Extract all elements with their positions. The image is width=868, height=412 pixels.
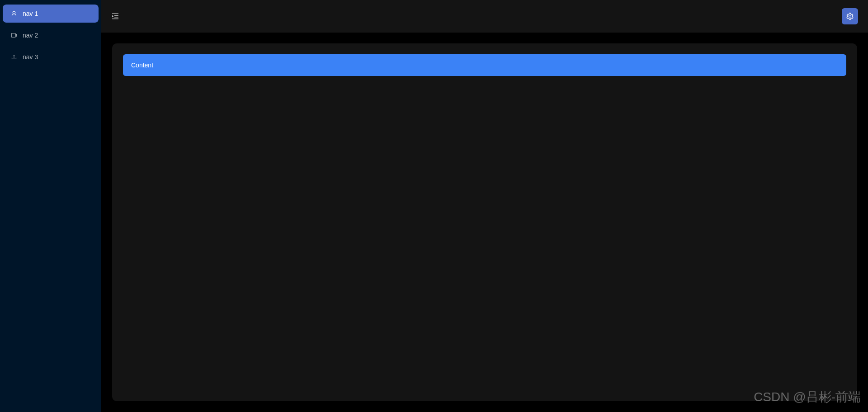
content-wrapper: Content (101, 33, 868, 412)
header (101, 0, 868, 33)
sidebar-item-label: nav 3 (23, 53, 38, 61)
sidebar-item-label: nav 1 (23, 10, 38, 17)
sidebar-item-label: nav 2 (23, 32, 38, 39)
app-layout: nav 1 nav 2 nav 3 (0, 0, 868, 412)
settings-button[interactable] (842, 8, 858, 24)
sidebar-item-nav1[interactable]: nav 1 (3, 5, 99, 23)
sidebar-item-nav2[interactable]: nav 2 (3, 26, 99, 44)
user-icon (11, 10, 17, 17)
menu-fold-icon[interactable] (111, 12, 119, 20)
sidebar: nav 1 nav 2 nav 3 (0, 0, 101, 412)
main-area: Content (101, 0, 868, 412)
video-icon (11, 32, 17, 38)
gear-icon (846, 12, 854, 20)
upload-icon (11, 54, 17, 60)
content-bar: Content (123, 54, 846, 76)
content-text: Content (131, 62, 153, 69)
sidebar-item-nav3[interactable]: nav 3 (3, 48, 99, 66)
content-panel: Content (112, 43, 857, 401)
